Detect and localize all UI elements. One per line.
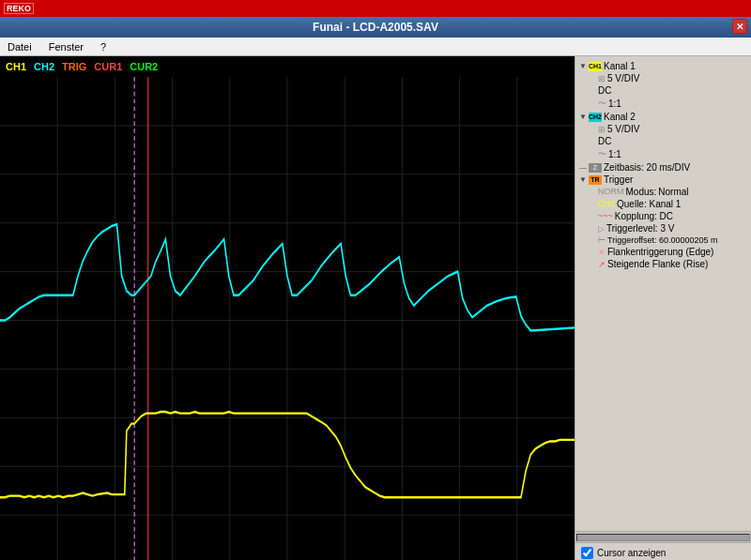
reko-badge: REKO bbox=[4, 3, 34, 14]
trig-label: TRIG bbox=[62, 61, 86, 72]
norm-icon: NORM bbox=[598, 187, 624, 197]
kanal2-coupling: DC bbox=[598, 136, 611, 146]
zeitbasis-label: Zeitbasis: 20 ms/DIV bbox=[604, 162, 690, 173]
level-icon: ▷ bbox=[598, 224, 605, 234]
scope-display bbox=[0, 77, 575, 560]
cursor-checkbox[interactable] bbox=[581, 547, 593, 559]
tree-arrow-trigger: ▼ bbox=[579, 175, 589, 184]
vdiv-icon: ⊞ bbox=[598, 74, 605, 83]
trigger-label: Trigger bbox=[604, 174, 633, 185]
trigger-flanke: Flankentriggerung (Edge) bbox=[607, 247, 713, 257]
ch1-src-icon: CH1 bbox=[598, 199, 615, 209]
right-bottom: Cursor anzeigen Zoom: 20 ms/DIV bbox=[575, 542, 751, 560]
cur2-label: CUR2 bbox=[130, 61, 158, 72]
right-scrollbar-track[interactable] bbox=[576, 534, 750, 541]
offset-icon: ⊢ bbox=[598, 235, 605, 245]
ch1-label: CH1 bbox=[6, 61, 26, 72]
trigger-offset: Triggeroffset: 60.00000205 m bbox=[607, 235, 718, 245]
zeitbasis-icon: Z bbox=[589, 163, 602, 173]
left-panel: CH1 CH2 TRIG CUR1 CUR2 bbox=[0, 56, 575, 560]
tree-arrow-kanal1: ▼ bbox=[579, 62, 589, 70]
menu-datei[interactable]: Datei bbox=[4, 41, 36, 53]
kanal2-sub: ⊞ 5 V/DIV DC 〜 1:1 bbox=[577, 123, 749, 161]
tree-arrow-zeitbasis: — bbox=[579, 163, 589, 172]
tree-zeitbasis[interactable]: — Z Zeitbasis: 20 ms/DIV bbox=[577, 161, 749, 174]
steigende-icon: ↗ bbox=[598, 260, 605, 269]
vdiv-icon-ch2: ⊞ bbox=[598, 125, 605, 134]
channel-bar: CH1 CH2 TRIG CUR1 CUR2 bbox=[0, 56, 575, 77]
cursor-checkbox-area: Cursor anzeigen bbox=[581, 547, 745, 559]
scope-svg bbox=[0, 77, 575, 560]
kanal1-label: Kanal 1 bbox=[604, 61, 636, 71]
trig-icon: TR bbox=[589, 175, 602, 185]
trigger-sub: NORM Modus: Normal CH1 Quelle: Kanal 1 ~… bbox=[577, 186, 749, 270]
tree-arrow-kanal2: ▼ bbox=[579, 113, 589, 121]
cursor-checkbox-label: Cursor anzeigen bbox=[597, 548, 666, 558]
probe-icon-ch2: 〜 bbox=[598, 148, 606, 160]
menu-fenster[interactable]: Fenster bbox=[45, 41, 87, 53]
probe-icon-ch1: 〜 bbox=[598, 98, 606, 110]
trigger-kopplung: Kopplung: DC bbox=[615, 211, 673, 221]
scope-container: CH1 CH2 TRIG CUR1 CUR2 bbox=[0, 56, 575, 560]
right-scrollbar[interactable] bbox=[575, 531, 751, 542]
trigger-modus-label: Modus: bbox=[626, 187, 657, 197]
cur1-label: CUR1 bbox=[94, 61, 122, 72]
kanal1-vdiv: 5 V/DIV bbox=[607, 73, 639, 83]
kanal1-coupling: DC bbox=[598, 85, 611, 96]
tree-trigger[interactable]: ▼ TR Trigger bbox=[577, 174, 749, 186]
tree-kanal1[interactable]: ▼ CH1 Kanal 1 bbox=[577, 60, 749, 72]
right-panel: ▼ CH1 Kanal 1 ⊞ 5 V/DIV DC 〜 1:1 ▼ bbox=[575, 56, 751, 560]
kanal2-vdiv: 5 V/DIV bbox=[607, 124, 639, 134]
ch2-label: CH2 bbox=[34, 61, 54, 72]
trigger-level: Triggerlevel: 3 V bbox=[606, 223, 674, 234]
kanal1-probe: 1:1 bbox=[608, 98, 621, 109]
kanal2-label: Kanal 2 bbox=[604, 112, 636, 122]
menu-bar: Datei Fenster ? bbox=[0, 38, 751, 56]
kanal2-probe: 1:1 bbox=[608, 149, 621, 159]
tree-area: ▼ CH1 Kanal 1 ⊞ 5 V/DIV DC 〜 1:1 ▼ bbox=[575, 56, 751, 531]
main-area: CH1 CH2 TRIG CUR1 CUR2 bbox=[0, 56, 751, 560]
title-bar: Funai - LCD-A2005.SAV ✕ bbox=[0, 17, 751, 38]
trigger-steigende: Steigende Flanke (Rise) bbox=[607, 259, 708, 269]
window-title: Funai - LCD-A2005.SAV bbox=[313, 21, 438, 34]
tree-kanal2[interactable]: ▼ CH2 Kanal 2 bbox=[577, 111, 749, 123]
ch1-icon: CH1 bbox=[589, 62, 602, 71]
trigger-quelle: Quelle: Kanal 1 bbox=[617, 199, 681, 209]
flanke-icon: ✕ bbox=[598, 248, 605, 257]
trigger-modus-val: Normal bbox=[658, 187, 688, 197]
ch2-icon: CH2 bbox=[589, 113, 602, 122]
close-button[interactable]: ✕ bbox=[732, 19, 747, 34]
kopplung-icon: ~~~ bbox=[598, 211, 613, 221]
menu-help[interactable]: ? bbox=[97, 41, 110, 53]
kanal1-sub: ⊞ 5 V/DIV DC 〜 1:1 bbox=[577, 72, 749, 111]
